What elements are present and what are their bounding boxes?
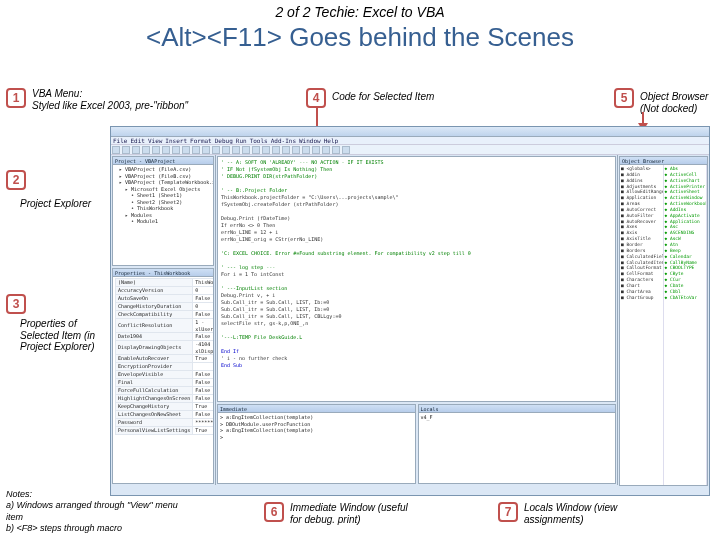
toolbar-button-23[interactable]	[342, 146, 350, 154]
obj-member-item[interactable]: ◆ ActiveChart	[665, 178, 706, 184]
code-line: End If	[221, 348, 612, 355]
toolbar-button-18[interactable]	[292, 146, 300, 154]
locals-header: Locals	[419, 405, 616, 413]
property-row[interactable]: CheckCompatibilityFalse	[116, 311, 214, 319]
property-row[interactable]: DisplayDrawingObjects-4104 - xlDisplaySh…	[116, 341, 214, 355]
code-line: ' DEBUG.PRINT DIR(strPathFolder)	[221, 173, 612, 180]
immediate-header: Immediate	[218, 405, 415, 413]
ide-menubar[interactable]: FileEditViewInsertFormatDebugRunToolsAdd…	[111, 137, 709, 145]
menu-item-tools[interactable]: Tools	[250, 137, 268, 144]
callout-2: 2	[6, 170, 32, 190]
callout-1-num: 1	[6, 88, 26, 108]
project-tree-item[interactable]: ▸ VBAProject (TemplateWorkbook.xlsm)	[115, 179, 211, 186]
object-browser-pane[interactable]: Object Browser ■ <globals>■ Addin■ Addin…	[619, 156, 708, 486]
code-line: Sub.Call_itr = Sub.Call, LIST, Ib:=0	[221, 306, 612, 313]
toolbar-button-19[interactable]	[302, 146, 310, 154]
toolbar-button-2[interactable]	[132, 146, 140, 154]
property-row[interactable]: (Name)ThisWorkbook	[116, 279, 214, 287]
obj-member-item[interactable]: ◆ AppActivate	[665, 213, 706, 219]
property-row[interactable]: EnableAutoRecoverTrue	[116, 355, 214, 363]
menu-item-insert[interactable]: Insert	[165, 137, 187, 144]
immediate-window[interactable]: Immediate > a:EngItemCollection(template…	[217, 404, 416, 484]
code-line: For i = 1 To intConst	[221, 271, 612, 278]
callout-1-text: VBA Menu: Styled like Excel 2003, pre-"r…	[32, 88, 188, 111]
code-pane[interactable]: ' -- A: SOFT ON 'ALREADY' --- NO ACTION …	[217, 156, 616, 402]
menu-item-add-ins[interactable]: Add-Ins	[271, 137, 296, 144]
menu-item-debug[interactable]: Debug	[215, 137, 233, 144]
toolbar-button-16[interactable]	[272, 146, 280, 154]
callout-5-num: 5	[614, 88, 634, 108]
callout-2-num: 2	[6, 170, 26, 190]
property-row[interactable]: ConflictResolution1 - xlUserResolution	[116, 319, 214, 333]
property-row[interactable]: EncryptionProvider	[116, 363, 214, 371]
menu-item-format[interactable]: Format	[190, 137, 212, 144]
property-row[interactable]: HighlightChangesOnScreenFalse	[116, 395, 214, 403]
obj-class-item[interactable]: ■ ChartGroup	[621, 295, 662, 301]
menu-item-help[interactable]: Help	[324, 137, 338, 144]
property-row[interactable]: AccuracyVersion0	[116, 287, 214, 295]
toolbar-button-14[interactable]	[252, 146, 260, 154]
toolbar-button-5[interactable]	[162, 146, 170, 154]
toolbar-button-17[interactable]	[282, 146, 290, 154]
code-line	[221, 278, 612, 285]
menu-item-edit[interactable]: Edit	[130, 137, 144, 144]
project-explorer-header: Project - VBAProject	[113, 157, 213, 165]
toolbar-button-21[interactable]	[322, 146, 330, 154]
callout-3-num: 3	[6, 294, 26, 314]
toolbar-button-20[interactable]	[312, 146, 320, 154]
property-row[interactable]: FinalFalse	[116, 379, 214, 387]
project-tree-item[interactable]: • Module1	[115, 218, 211, 225]
menu-item-view[interactable]: View	[148, 137, 162, 144]
property-row[interactable]: ChangeHistoryDuration0	[116, 303, 214, 311]
ide-titlebar[interactable]	[111, 127, 709, 137]
property-row[interactable]: AutoSaveOnFalse	[116, 295, 214, 303]
project-explorer-pane[interactable]: Project - VBAProject ▸ VBAProject (FileA…	[112, 156, 214, 266]
ide-toolbar[interactable]	[111, 145, 709, 155]
property-row[interactable]: ForceFullCalculationFalse	[116, 387, 214, 395]
obj-member-item[interactable]: ◆ CDATEtoVar	[665, 295, 706, 301]
toolbar-button-6[interactable]	[172, 146, 180, 154]
property-row[interactable]: EnvelopeVisibleFalse	[116, 371, 214, 379]
menu-item-run[interactable]: Run	[236, 137, 247, 144]
toolbar-button-13[interactable]	[242, 146, 250, 154]
code-line: errNo_LINE = 12 + i	[221, 229, 612, 236]
toolbar-button-9[interactable]	[202, 146, 210, 154]
toolbar-button-8[interactable]	[192, 146, 200, 154]
locals-window[interactable]: Locals v4_F	[418, 404, 617, 484]
code-line	[221, 257, 612, 264]
toolbar-button-12[interactable]	[232, 146, 240, 154]
object-browser-classes[interactable]: ■ <globals>■ Addin■ Addins■ Adjustments■…	[620, 165, 664, 485]
toolbar-button-11[interactable]	[222, 146, 230, 154]
callout-4: 4 Code for Selected Item	[306, 88, 434, 108]
property-row[interactable]: Password********	[116, 419, 214, 427]
code-line: ' -- A: SOFT ON 'ALREADY' --- NO ACTION …	[221, 159, 612, 166]
obj-class-item[interactable]: ■ AutoCorrect	[621, 207, 662, 213]
code-line: ' IF Not (fSystemObj Is Nothing) Then	[221, 166, 612, 173]
toolbar-button-4[interactable]	[152, 146, 160, 154]
object-browser-members[interactable]: ◆ Abs◆ ActiveCell◆ ActiveChart◆ ActivePr…	[664, 165, 708, 485]
toolbar-button-15[interactable]	[262, 146, 270, 154]
properties-table[interactable]: (Name)ThisWorkbookAccuracyVersion0AutoSa…	[115, 278, 213, 435]
code-line	[221, 208, 612, 215]
properties-pane[interactable]: Properties - ThisWorkbook (Name)ThisWork…	[112, 268, 214, 484]
callout-6-num: 6	[264, 502, 284, 522]
obj-class-item[interactable]: ■ CalculatedFields	[621, 254, 662, 260]
toolbar-button-3[interactable]	[142, 146, 150, 154]
toolbar-button-7[interactable]	[182, 146, 190, 154]
immediate-content[interactable]: > a:EngItemCollection(template) > DBOutM…	[218, 413, 415, 441]
vba-ide-window: FileEditViewInsertFormatDebugRunToolsAdd…	[110, 126, 710, 496]
code-line: ' --- log step ---	[221, 264, 612, 271]
toolbar-button-0[interactable]	[112, 146, 120, 154]
code-line: Debug.Print v, + i	[221, 292, 612, 299]
property-row[interactable]: Date1904False	[116, 333, 214, 341]
menu-item-window[interactable]: Window	[299, 137, 321, 144]
toolbar-button-1[interactable]	[122, 146, 130, 154]
property-row[interactable]: ListChangesOnNewSheetFalse	[116, 411, 214, 419]
properties-header: Properties - ThisWorkbook	[113, 269, 213, 277]
menu-item-file[interactable]: File	[113, 137, 127, 144]
code-line	[221, 327, 612, 334]
property-row[interactable]: PersonalViewListSettingsTrue	[116, 427, 214, 435]
toolbar-button-22[interactable]	[332, 146, 340, 154]
toolbar-button-10[interactable]	[212, 146, 220, 154]
property-row[interactable]: KeepChangeHistoryTrue	[116, 403, 214, 411]
